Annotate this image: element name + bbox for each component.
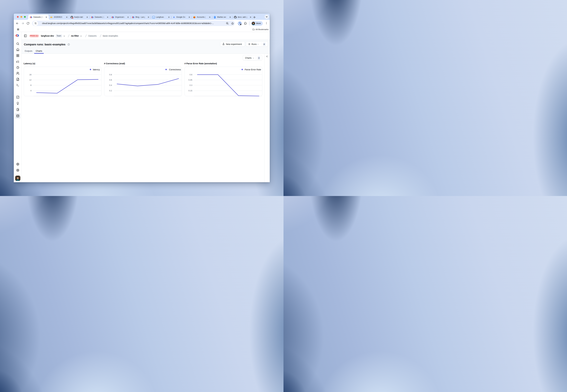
svg-text:0.8: 0.8 bbox=[109, 73, 112, 76]
svg-text:0.2: 0.2 bbox=[109, 90, 112, 92]
svg-text:0.4: 0.4 bbox=[109, 84, 112, 86]
svg-text:0.6: 0.6 bbox=[190, 73, 192, 76]
svg-text:16: 16 bbox=[29, 73, 31, 76]
svg-text:0.6: 0.6 bbox=[109, 79, 112, 81]
svg-text:8: 8 bbox=[30, 84, 31, 86]
svg-text:0.3: 0.3 bbox=[190, 84, 192, 86]
svg-text:Parse Error Rate: Parse Error Rate bbox=[245, 68, 261, 71]
svg-text:latency: latency bbox=[93, 68, 100, 71]
svg-text:Correctness: Correctness bbox=[169, 68, 181, 71]
svg-text:0.15: 0.15 bbox=[188, 90, 192, 92]
svg-text:12: 12 bbox=[29, 79, 31, 81]
svg-text:4: 4 bbox=[30, 90, 31, 92]
svg-text:0.45: 0.45 bbox=[188, 79, 192, 81]
